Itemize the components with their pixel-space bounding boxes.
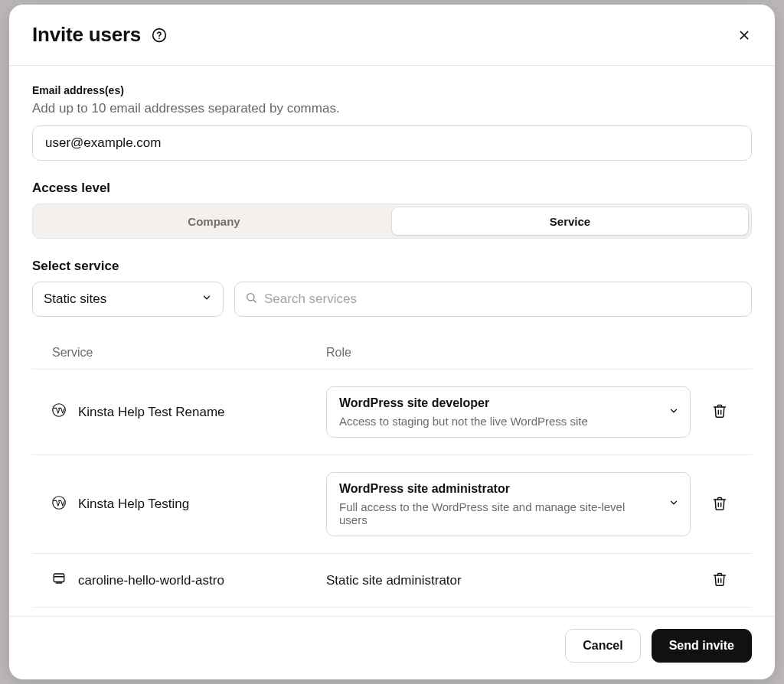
tab-service[interactable]: Service xyxy=(392,207,748,235)
modal-title: Invite users xyxy=(32,23,141,47)
table-row: Kinsta Help Test Rename WordPress site d… xyxy=(32,369,752,454)
select-service-section: Select service Static sites xyxy=(32,259,752,317)
delete-row-button[interactable] xyxy=(691,402,732,422)
role-dropdown[interactable]: WordPress site administrator Full access… xyxy=(326,472,691,536)
modal-body: Email address(es) Add up to 10 email add… xyxy=(9,66,775,616)
role-description: Full access to the WordPress site and ma… xyxy=(339,500,656,526)
delete-row-button[interactable] xyxy=(691,571,732,590)
services-table: Service Role Kinsta Help Test Rename Wor… xyxy=(32,337,752,607)
role-description: Access to staging but not the live WordP… xyxy=(339,415,656,428)
header-role: Role xyxy=(326,346,732,360)
email-input[interactable] xyxy=(32,125,752,161)
tab-company[interactable]: Company xyxy=(36,207,392,235)
search-services-wrap xyxy=(234,282,752,317)
chevron-down-icon xyxy=(668,406,679,419)
service-type-dropdown[interactable]: Static sites xyxy=(32,282,224,317)
help-icon[interactable] xyxy=(152,28,167,43)
role-dropdown[interactable]: WordPress site developer Access to stagi… xyxy=(326,386,691,438)
role-static-text: Static site administrator xyxy=(326,573,462,588)
search-icon xyxy=(245,292,257,307)
service-cell: Kinsta Help Testing xyxy=(52,496,326,513)
select-service-label: Select service xyxy=(32,259,752,274)
invite-users-modal: Invite users Email address(es) Add up to… xyxy=(9,5,775,679)
role-title: WordPress site developer xyxy=(339,396,656,410)
wordpress-icon xyxy=(52,496,66,513)
send-invite-button[interactable]: Send invite xyxy=(652,629,752,663)
close-button[interactable] xyxy=(738,28,753,43)
wordpress-icon xyxy=(52,403,66,421)
chevron-down-icon xyxy=(668,497,679,511)
table-row: caroline-hello-world-astro Static site a… xyxy=(32,553,752,607)
svg-point-1 xyxy=(158,37,160,39)
email-hint: Add up to 10 email addresses separated b… xyxy=(32,101,752,116)
delete-row-button[interactable] xyxy=(691,495,732,514)
service-type-value: Static sites xyxy=(44,292,106,307)
service-name: Kinsta Help Test Rename xyxy=(78,405,225,420)
role-title: WordPress site administrator xyxy=(339,482,656,496)
svg-rect-6 xyxy=(54,574,64,582)
access-level-label: Access level xyxy=(32,181,752,196)
table-header: Service Role xyxy=(32,337,752,369)
cancel-button[interactable]: Cancel xyxy=(565,629,640,663)
static-site-icon xyxy=(52,572,66,589)
service-name: caroline-hello-world-astro xyxy=(78,573,224,588)
service-cell: caroline-hello-world-astro xyxy=(52,572,326,589)
modal-footer: Cancel Send invite xyxy=(9,616,775,679)
table-row: Kinsta Help Testing WordPress site admin… xyxy=(32,454,752,553)
header-service: Service xyxy=(52,346,326,360)
modal-header: Invite users xyxy=(9,5,775,65)
access-level-tabs: Company Service xyxy=(32,204,752,239)
email-label: Email address(es) xyxy=(32,84,752,96)
email-section: Email address(es) Add up to 10 email add… xyxy=(32,84,752,161)
service-name: Kinsta Help Testing xyxy=(78,497,189,512)
access-level-section: Access level Company Service xyxy=(32,181,752,239)
chevron-down-icon xyxy=(201,292,212,307)
service-cell: Kinsta Help Test Rename xyxy=(52,403,326,421)
svg-line-3 xyxy=(253,300,256,302)
search-services-input[interactable] xyxy=(234,282,752,317)
